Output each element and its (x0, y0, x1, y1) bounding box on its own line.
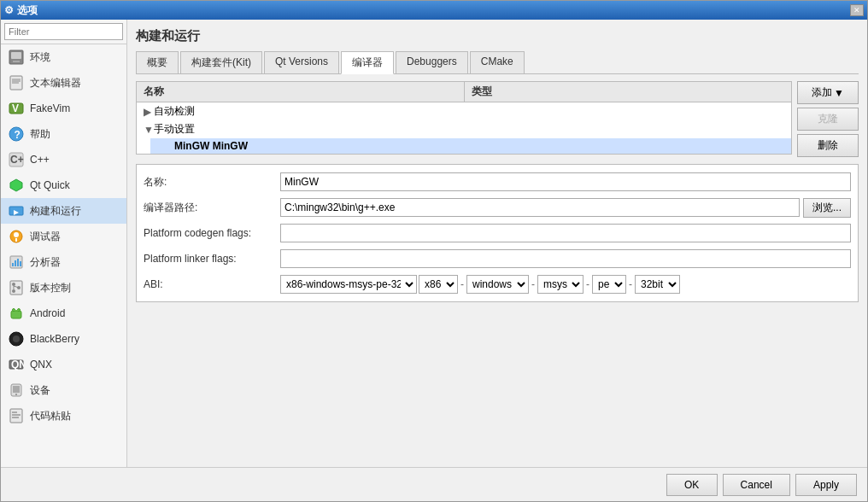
sidebar-item-snippets[interactable]: 代码粘贴 (1, 403, 126, 429)
abi-sep3: - (585, 278, 590, 290)
name-row: 名称: (144, 172, 851, 192)
codegen-input[interactable] (280, 224, 851, 242)
snippets-icon (8, 407, 25, 424)
filter-input[interactable] (4, 23, 123, 40)
abi-select-arch[interactable]: x86-windows-msys-pe-32bit (280, 275, 417, 294)
svg-text:V: V (12, 102, 19, 114)
version-control-icon (8, 279, 25, 296)
titlebar-controls: ✕ (850, 4, 864, 16)
sidebar-item-help[interactable]: ? 帮助 (1, 121, 126, 147)
svg-rect-22 (17, 259, 19, 266)
tab-compilers[interactable]: 编译器 (341, 51, 394, 74)
svg-rect-18 (15, 238, 17, 242)
abi-select-os[interactable]: windows (466, 275, 529, 294)
sidebar-item-android[interactable]: Android (1, 301, 126, 326)
name-label: 名称: (144, 175, 280, 190)
compiler-path-input[interactable] (280, 198, 800, 217)
mingw-item[interactable]: MinGW MinGW (150, 138, 791, 154)
qnx-icon: QNX (8, 356, 25, 373)
tab-debuggers[interactable]: Debuggers (396, 51, 468, 73)
linker-input[interactable] (280, 249, 851, 268)
sidebar-item-debug[interactable]: 调试器 (1, 224, 126, 249)
tab-kits[interactable]: 构建套件(Kit) (180, 51, 262, 73)
sidebar-item-label: C++ (30, 154, 50, 166)
environment-icon (8, 49, 25, 66)
device-icon (8, 382, 25, 399)
abi-select-bits[interactable]: 32bit (635, 275, 680, 294)
abi-row: ABI: x86-windows-msys-pe-32bit x86 - win… (144, 274, 851, 295)
abi-select-format[interactable]: pe (592, 275, 626, 294)
delete-button[interactable]: 删除 (797, 134, 859, 157)
sidebar-item-qtquick[interactable]: Qt Quick (1, 172, 126, 198)
sidebar-item-version-control[interactable]: 版本控制 (1, 275, 126, 301)
manual-label: 手动设置 (154, 122, 195, 137)
svg-rect-1 (11, 52, 21, 59)
tab-qt-versions[interactable]: Qt Versions (264, 51, 339, 73)
auto-detect-group[interactable]: ▶ 自动检测 (137, 102, 791, 120)
svg-rect-43 (12, 414, 21, 416)
cancel-button[interactable]: Cancel (723, 474, 790, 496)
panel-title: 构建和运行 (136, 28, 859, 44)
svg-point-35 (13, 336, 20, 342)
svg-rect-20 (12, 263, 14, 266)
build-run-icon (8, 202, 25, 219)
sidebar-item-label: FakeVim (30, 102, 70, 114)
table-wrapper: 名称 类型 ▶ 自动检测 ▼ 手动设置 (136, 81, 792, 157)
svg-text:C++: C++ (10, 154, 24, 166)
abi-sep2: - (531, 278, 536, 290)
sidebar-item-device[interactable]: 设备 (1, 377, 126, 403)
sidebar-item-label: 代码粘贴 (30, 409, 71, 423)
svg-rect-39 (13, 386, 20, 393)
sidebar-item-text-editor[interactable]: 文本编辑器 (1, 70, 126, 96)
tab-overview[interactable]: 概要 (136, 51, 179, 73)
compiler-path-label: 编译器路径: (144, 201, 280, 215)
sidebar-item-label: 分析器 (30, 255, 61, 270)
sidebar-item-fakevim[interactable]: V FakeVim (1, 96, 126, 121)
compiler-panel: 名称 类型 ▶ 自动检测 ▼ 手动设置 (136, 81, 859, 458)
codegen-row: Platform codegen flags: (144, 223, 851, 243)
manual-group[interactable]: ▼ 手动设置 (137, 120, 791, 138)
abi-select-x86[interactable]: x86 (419, 275, 458, 294)
fakevim-icon: V (8, 100, 25, 117)
bottom-bar: OK Cancel Apply (1, 467, 867, 501)
main-window: ⚙ 选项 ✕ 环境 (0, 0, 868, 502)
sidebar-item-cpp[interactable]: C++ C++ (1, 147, 126, 172)
svg-point-40 (15, 394, 17, 395)
sidebar-item-label: BlackBerry (30, 333, 79, 345)
name-input[interactable] (280, 172, 851, 191)
abi-select-env[interactable]: msys (537, 275, 584, 294)
sidebar-list: 环境 文本编辑器 V FakeVim ? (1, 44, 126, 467)
svg-point-26 (12, 289, 15, 293)
sidebar-item-analyze[interactable]: 分析器 (1, 249, 126, 275)
close-button[interactable]: ✕ (850, 4, 864, 16)
debug-icon (8, 228, 25, 245)
sidebar-item-label: QNX (30, 359, 52, 371)
compiler-path-row: 编译器路径: 浏览... (144, 197, 851, 218)
add-button[interactable]: 添加 ▼ (797, 81, 859, 104)
sidebar-item-label: 文本编辑器 (30, 76, 81, 90)
clone-button[interactable]: 克隆 (797, 108, 859, 131)
abi-label: ABI: (144, 278, 280, 290)
sidebar-item-blackberry[interactable]: BlackBerry (1, 326, 126, 352)
tab-cmake[interactable]: CMake (470, 51, 525, 73)
action-buttons: 添加 ▼ 克隆 删除 (797, 81, 859, 157)
col-name: 名称 (137, 82, 465, 102)
sidebar-item-build-run[interactable]: 构建和运行 (1, 198, 126, 224)
apply-button[interactable]: Apply (795, 474, 857, 496)
ok-button[interactable]: OK (666, 474, 718, 496)
text-editor-icon (8, 74, 25, 91)
col-type: 类型 (465, 82, 792, 102)
collapse-icon: ▼ (144, 124, 154, 136)
codegen-label: Platform codegen flags: (144, 227, 280, 239)
svg-rect-21 (15, 260, 16, 266)
sidebar-item-qnx[interactable]: QNX QNX (1, 352, 126, 377)
main-content: 环境 文本编辑器 V FakeVim ? (1, 20, 867, 467)
cpp-icon: C++ (8, 151, 25, 168)
sidebar-item-environment[interactable]: 环境 (1, 44, 126, 70)
svg-marker-13 (10, 179, 22, 191)
svg-text:QNX: QNX (11, 359, 24, 371)
linker-row: Platform linker flags: (144, 248, 851, 269)
sidebar-item-label: 设备 (30, 383, 50, 398)
browse-button[interactable]: 浏览... (803, 198, 851, 218)
details-area: 名称: 编译器路径: 浏览... Platform codegen flags: (136, 164, 859, 302)
